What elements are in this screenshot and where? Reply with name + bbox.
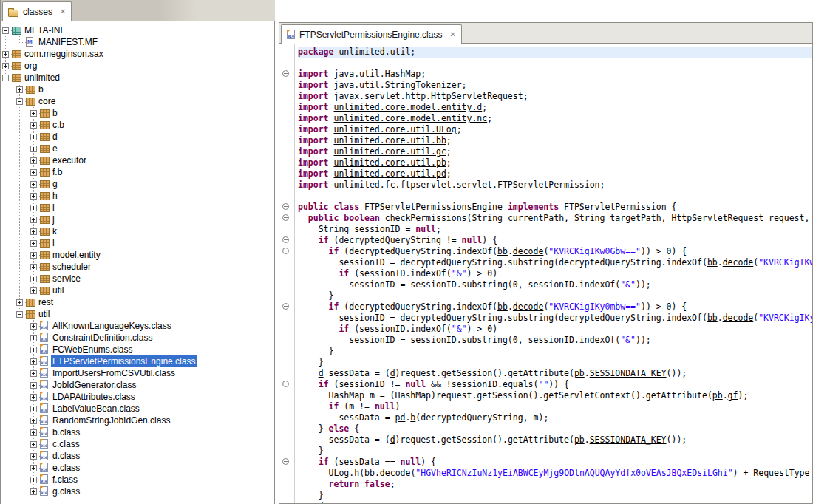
tab-classes[interactable]: classes ✕ <box>2 1 72 21</box>
expand-icon[interactable] <box>30 394 37 401</box>
tree-item-label[interactable]: d.class <box>51 450 81 462</box>
tree-item-label[interactable]: d <box>51 131 59 143</box>
tree-item-label-selected[interactable]: FTPServletPermissionsEngine.class <box>51 355 197 367</box>
code-link[interactable]: gf <box>728 390 738 401</box>
expand-icon[interactable] <box>30 347 37 353</box>
tree-item[interactable]: e <box>1 143 274 154</box>
fold-collapse-icon[interactable] <box>282 248 289 254</box>
expand-icon[interactable] <box>30 382 37 389</box>
tree-item[interactable]: i <box>1 202 274 214</box>
tree-item[interactable]: rest <box>1 296 274 308</box>
expand-icon[interactable] <box>30 217 37 223</box>
code-link[interactable]: unlimited.core.util.gc <box>333 146 446 157</box>
tree-item[interactable]: b.class <box>1 426 274 438</box>
tree-item-label[interactable]: JobIdGenerator.class <box>51 379 137 391</box>
code-link[interactable]: unlimited.core.util.ULog <box>333 124 456 134</box>
tree-item-label[interactable]: RandomStringJobIdGen.class <box>51 415 171 426</box>
tree-item[interactable]: j <box>1 214 274 225</box>
expand-icon[interactable] <box>30 264 37 270</box>
tree-item-label[interactable]: LabelValueBean.class <box>51 403 141 415</box>
expand-icon[interactable] <box>30 193 37 200</box>
code-link[interactable]: unlimited.core.model.entity.nc <box>333 113 487 123</box>
tree-item-label[interactable]: k <box>51 225 58 237</box>
tree-item[interactable]: e.class <box>1 462 274 474</box>
tree-item[interactable]: d.class <box>1 450 274 462</box>
collapse-icon[interactable] <box>2 75 9 81</box>
code-link[interactable]: bb <box>364 468 375 478</box>
tree-item[interactable]: model.entity <box>1 249 274 261</box>
tree-item-label[interactable]: b <box>51 107 59 119</box>
tree-item[interactable]: unlimited <box>1 72 274 84</box>
tree-item[interactable]: k <box>1 225 274 237</box>
expand-icon[interactable] <box>30 157 37 164</box>
expand-icon[interactable] <box>30 335 37 341</box>
code-link[interactable]: SESSIONDATA_KEY <box>590 435 667 445</box>
expand-icon[interactable] <box>30 122 37 129</box>
code-link[interactable]: pb <box>574 435 585 445</box>
collapse-icon[interactable] <box>16 311 23 318</box>
code-link[interactable]: pb <box>574 368 585 378</box>
expand-icon[interactable] <box>30 370 37 377</box>
tree-item[interactable]: JobIdGenerator.class <box>1 379 274 391</box>
expand-icon[interactable] <box>16 86 23 93</box>
expand-icon[interactable] <box>2 51 9 58</box>
tree-item-label[interactable]: MANIFEST.MF <box>37 36 99 48</box>
tree-item[interactable]: g.class <box>1 486 274 497</box>
tree-item[interactable]: util <box>1 285 274 296</box>
tree-item[interactable]: AllKnownLanguageKeys.class <box>1 320 274 332</box>
fold-collapse-icon[interactable] <box>282 381 289 387</box>
tree-item[interactable]: FCWebEnums.class <box>1 344 274 355</box>
expand-icon[interactable] <box>30 418 37 424</box>
code-link[interactable]: pd <box>395 412 406 423</box>
fold-collapse-icon[interactable] <box>282 303 289 310</box>
code-link[interactable]: unlimited.core.util.pd <box>333 168 446 179</box>
expand-icon[interactable] <box>30 228 37 235</box>
code-link[interactable]: bb <box>497 246 508 256</box>
expand-icon[interactable] <box>30 205 37 211</box>
code-link[interactable]: bb <box>497 302 508 312</box>
tree-item[interactable]: scheduler <box>1 261 274 273</box>
tab-class-file[interactable]: FTPServletPermissionsEngine.class ✕ <box>281 24 462 44</box>
code-link[interactable]: d <box>390 368 395 378</box>
code-link[interactable]: bb <box>707 313 718 323</box>
code-link[interactable]: unlimited.core.model.entity.d <box>333 102 482 112</box>
tree-item[interactable]: f.class <box>1 474 274 486</box>
code-area[interactable]: package unlimited.util;import java.util.… <box>295 44 812 503</box>
tree-item[interactable]: core <box>1 95 274 107</box>
expand-icon[interactable] <box>30 252 37 259</box>
fold-collapse-icon[interactable] <box>282 236 289 243</box>
expand-icon[interactable] <box>30 429 37 436</box>
expand-icon[interactable] <box>30 323 37 330</box>
tree-item-label[interactable]: model.entity <box>51 249 102 261</box>
tree-item[interactable]: util <box>1 308 274 320</box>
tree-item[interactable]: ImportUsersFromCSVUtil.class <box>1 367 274 379</box>
code-link[interactable]: decode <box>723 257 754 268</box>
tree-item-label[interactable]: executor <box>51 154 88 166</box>
expand-icon[interactable] <box>30 358 37 365</box>
tree-item[interactable]: MANIFEST.MF <box>1 36 274 48</box>
tree-item-label[interactable]: e.class <box>51 462 81 474</box>
tree-item-label[interactable]: AllKnownLanguageKeys.class <box>51 320 173 332</box>
tree-item[interactable]: d <box>1 131 274 143</box>
tree-item-label[interactable]: unlimited <box>23 72 61 84</box>
tree-item[interactable]: c.b <box>1 119 274 131</box>
tree-item-label[interactable]: core <box>37 95 57 107</box>
tree-item-label[interactable]: org <box>23 60 38 72</box>
expand-icon[interactable] <box>30 134 37 140</box>
code-link[interactable]: pb <box>712 390 723 401</box>
tree-item-label[interactable]: com.megginson.sax <box>23 48 105 60</box>
tree-item[interactable]: g <box>1 178 274 190</box>
expand-icon[interactable] <box>2 63 9 69</box>
expand-icon[interactable] <box>30 453 37 460</box>
expand-icon[interactable] <box>30 488 37 495</box>
expand-icon[interactable] <box>30 441 37 448</box>
tree-item-label[interactable]: e <box>51 143 59 154</box>
tree-item-label[interactable]: b.class <box>51 426 81 438</box>
expand-icon[interactable] <box>30 477 37 483</box>
expand-icon[interactable] <box>30 276 37 282</box>
tree-item[interactable]: l <box>1 237 274 249</box>
tree-item-label[interactable]: service <box>51 273 82 285</box>
tree-item-label[interactable]: c.class <box>51 438 81 450</box>
tree-item[interactable]: executor <box>1 154 274 166</box>
expand-icon[interactable] <box>30 287 37 294</box>
